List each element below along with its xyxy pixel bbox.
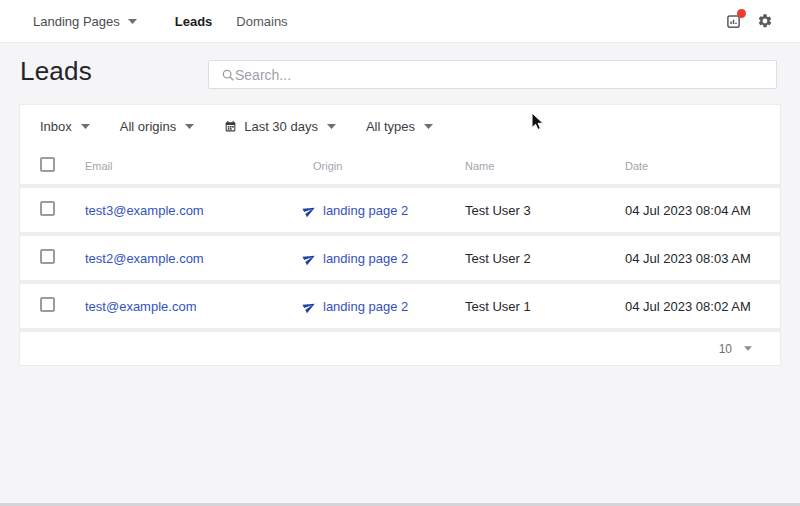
nav-leads-label: Leads: [175, 14, 213, 29]
search-input[interactable]: [235, 67, 766, 83]
lead-name: Test User 1: [465, 299, 625, 314]
table-row: test3@example.com landing page 2 Test Us…: [20, 188, 780, 232]
chevron-down-icon: [185, 124, 194, 129]
nav-landing-pages[interactable]: Landing Pages: [33, 14, 137, 29]
lead-date: 04 Jul 2023 08:03 AM: [625, 251, 760, 266]
date-range-filter-label: Last 30 days: [244, 119, 318, 134]
nav-leads[interactable]: Leads: [175, 14, 213, 29]
table-row: test@example.com landing page 2 Test Use…: [20, 284, 780, 328]
type-filter[interactable]: All types: [366, 119, 433, 134]
chevron-down-icon: [327, 124, 336, 129]
row-checkbox[interactable]: [40, 249, 55, 264]
table-header: Email Origin Name Date: [20, 148, 780, 184]
chevron-down-icon: [128, 19, 137, 24]
row-checkbox[interactable]: [40, 201, 55, 216]
lead-email-link[interactable]: test2@example.com: [85, 251, 204, 266]
origin-link[interactable]: landing page 2: [323, 251, 408, 266]
nav-domains-label: Domains: [236, 14, 287, 29]
column-header-name: Name: [465, 160, 625, 172]
paper-plane-icon: [303, 300, 316, 313]
lead-email-link[interactable]: test@example.com: [85, 299, 196, 314]
column-header-date: Date: [625, 160, 760, 172]
paper-plane-icon: [303, 252, 316, 265]
mailbox-filter[interactable]: Inbox: [40, 119, 90, 134]
search-icon: [221, 68, 235, 82]
row-checkbox[interactable]: [40, 297, 55, 312]
table-row: test2@example.com landing page 2 Test Us…: [20, 236, 780, 280]
settings-button[interactable]: [756, 12, 774, 30]
chevron-down-icon: [424, 124, 433, 129]
analytics-button[interactable]: [724, 12, 742, 30]
origin-link[interactable]: landing page 2: [323, 299, 408, 314]
chevron-down-icon: [81, 124, 90, 129]
lead-date: 04 Jul 2023 08:04 AM: [625, 203, 760, 218]
search-box: [208, 60, 777, 89]
leads-card: Inbox All origins L: [20, 105, 780, 365]
origin-filter-label: All origins: [120, 119, 176, 134]
column-header-origin: Origin: [303, 160, 465, 172]
top-nav: Landing Pages Leads Domains: [0, 0, 800, 43]
nav-landing-pages-label: Landing Pages: [33, 14, 120, 29]
mailbox-filter-label: Inbox: [40, 119, 72, 134]
top-nav-actions: [724, 12, 774, 30]
card-header-section: Inbox All origins L: [20, 105, 780, 184]
gear-icon: [757, 13, 773, 29]
table-footer: 10: [20, 332, 780, 365]
nav-domains[interactable]: Domains: [236, 14, 287, 29]
lead-email-link[interactable]: test3@example.com: [85, 203, 204, 218]
page-title: Leads: [20, 56, 92, 87]
paper-plane-icon: [303, 204, 316, 217]
origin-link[interactable]: landing page 2: [323, 203, 408, 218]
lead-name: Test User 3: [465, 203, 625, 218]
page-size-value: 10: [719, 342, 732, 356]
lead-name: Test User 2: [465, 251, 625, 266]
date-range-filter[interactable]: Last 30 days: [224, 119, 336, 134]
calendar-icon: [224, 120, 237, 133]
select-all-checkbox[interactable]: [40, 157, 55, 172]
filter-bar: Inbox All origins L: [20, 105, 780, 148]
notification-badge: [737, 9, 746, 18]
type-filter-label: All types: [366, 119, 415, 134]
lead-date: 04 Jul 2023 08:02 AM: [625, 299, 760, 314]
page-size-dropdown[interactable]: [744, 346, 752, 351]
origin-filter[interactable]: All origins: [120, 119, 194, 134]
column-header-email: Email: [85, 160, 303, 172]
